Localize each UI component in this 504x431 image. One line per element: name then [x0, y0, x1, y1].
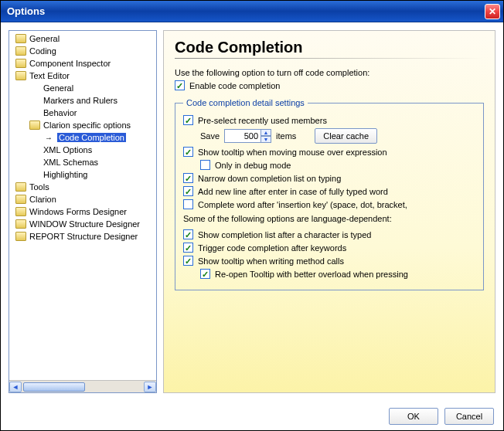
tree-item[interactable]: General — [9, 82, 156, 94]
tree-item[interactable]: Coding — [9, 45, 156, 57]
detail-settings-legend: Code completion detail settings — [183, 98, 308, 107]
scroll-track[interactable] — [22, 382, 144, 392]
tree-item-label: Component Inspector — [29, 59, 111, 68]
save-items-field[interactable] — [224, 129, 261, 143]
folder-icon — [15, 46, 26, 56]
scroll-left-button[interactable]: ◄ — [9, 382, 22, 392]
tree-item-label: Coding — [29, 46, 56, 56]
tree-item[interactable]: REPORT Structure Designer — [9, 230, 156, 243]
trigger-keywords-label: Trigger code completion after keywords — [198, 243, 346, 253]
spin-up-button[interactable]: ▲ — [261, 129, 271, 136]
scroll-right-button[interactable]: ► — [144, 382, 156, 392]
folder-icon — [15, 34, 26, 43]
enable-completion-checkbox[interactable] — [175, 80, 185, 90]
enable-completion-label: Enable code completion — [189, 81, 280, 90]
only-debug-label: Only in debug mode — [215, 161, 291, 170]
tree-item[interactable]: Text Editor — [9, 70, 156, 82]
close-button[interactable]: ✕ — [485, 4, 500, 19]
tree-item-label: General — [29, 34, 60, 43]
tree-item-label: Windows Forms Designer — [29, 207, 127, 216]
tree-item-label: Code Completion — [57, 133, 126, 142]
titlebar: Options ✕ — [1, 1, 503, 22]
tree-item[interactable]: WINDOW Structure Designer — [9, 218, 156, 230]
tree-item[interactable]: XML Options — [9, 144, 156, 156]
save-label: Save — [200, 131, 220, 141]
tree-item-label: WINDOW Structure Designer — [29, 219, 140, 229]
complete-after-key-checkbox[interactable] — [183, 199, 193, 209]
show-after-char-checkbox[interactable] — [183, 229, 193, 239]
folder-icon — [15, 195, 26, 204]
newline-checkbox[interactable] — [183, 186, 193, 196]
tree-item[interactable]: XML Schemas — [9, 156, 156, 168]
trigger-keywords-checkbox[interactable] — [183, 243, 193, 253]
tree-panel: GeneralCodingComponent InspectorText Edi… — [9, 30, 157, 393]
tooltip-method-label: Show tooltip when writing method calls — [198, 256, 344, 266]
folder-icon — [29, 120, 40, 130]
options-window: Options ✕ GeneralCodingComponent Inspect… — [0, 0, 504, 431]
tree-item-label: Clarion — [29, 195, 56, 204]
detail-settings-fieldset: Code completion detail settings Pre-sele… — [175, 98, 484, 290]
intro-text: Use the following option to turn off cod… — [175, 68, 484, 77]
folder-icon — [15, 71, 26, 80]
tree-item[interactable]: Windows Forms Designer — [9, 205, 156, 218]
narrow-label: Narrow down completion list on typing — [198, 174, 341, 183]
preselect-label: Pre-select recently used members — [198, 116, 327, 125]
cancel-button[interactable]: Cancel — [444, 408, 494, 425]
tree-item-label: Behavior — [43, 108, 77, 117]
tree-item[interactable]: Code Completion — [9, 131, 156, 144]
folder-icon — [15, 182, 26, 192]
tree-item-label: Markers and Rulers — [43, 96, 117, 105]
show-after-char-label: Show completion list after a character i… — [198, 230, 371, 239]
tree-item-label: Clarion specific options — [43, 120, 131, 130]
save-items-input[interactable]: ▲ ▼ — [224, 129, 271, 143]
scroll-thumb[interactable] — [23, 382, 85, 392]
tree-item-label: XML Schemas — [43, 158, 98, 167]
heading-divider — [175, 58, 484, 59]
tree-item[interactable]: Clarion — [9, 193, 156, 205]
content-panel: Code Completion Use the following option… — [163, 30, 495, 393]
tooltip-mouse-checkbox[interactable] — [183, 147, 193, 157]
tree-item-label: Tools — [29, 182, 49, 192]
tree-item-label: Highlighting — [43, 170, 87, 179]
tree-item[interactable]: Behavior — [9, 107, 156, 119]
tree-item-label: Text Editor — [29, 71, 70, 80]
lang-dependent-text: Some of the following options are langua… — [183, 214, 475, 223]
spin-down-button[interactable]: ▼ — [261, 136, 271, 143]
arrow-right-icon — [43, 132, 54, 143]
folder-icon — [15, 207, 26, 216]
ok-button[interactable]: OK — [389, 408, 438, 425]
items-label: items — [276, 131, 296, 141]
reopen-tooltip-label: Re-open Tooltip with better overload whe… — [215, 270, 408, 279]
window-title: Options — [7, 5, 485, 17]
page-heading: Code Completion — [175, 39, 484, 56]
tree-item[interactable]: General — [9, 32, 156, 45]
tooltip-method-checkbox[interactable] — [183, 256, 193, 266]
narrow-checkbox[interactable] — [183, 173, 193, 183]
tree-horizontal-scrollbar[interactable]: ◄ ► — [9, 380, 156, 392]
preselect-checkbox[interactable] — [183, 115, 193, 125]
options-tree[interactable]: GeneralCodingComponent InspectorText Edi… — [9, 31, 156, 380]
tree-item-label: General — [43, 83, 73, 93]
folder-icon — [15, 59, 26, 68]
tree-item-label: XML Options — [43, 145, 92, 154]
tree-item[interactable]: Component Inspector — [9, 57, 156, 70]
only-debug-checkbox[interactable] — [200, 160, 210, 170]
tree-item[interactable]: Highlighting — [9, 168, 156, 181]
folder-icon — [15, 219, 26, 229]
tooltip-mouse-label: Show tooltip when moving mouse over expr… — [198, 148, 387, 157]
reopen-tooltip-checkbox[interactable] — [200, 269, 210, 279]
folder-icon — [15, 232, 26, 241]
complete-after-key-label: Complete word after 'insertion key' (spa… — [198, 200, 407, 209]
tree-item[interactable]: Clarion specific options — [9, 119, 156, 131]
tree-item[interactable]: Tools — [9, 181, 156, 193]
tree-item-label: REPORT Structure Designer — [29, 232, 138, 241]
tree-item[interactable]: Markers and Rulers — [9, 94, 156, 107]
clear-cache-button[interactable]: Clear cache — [315, 128, 377, 144]
dialog-footer: OK Cancel — [1, 401, 503, 431]
newline-label: Add new line after enter in case of full… — [198, 187, 388, 196]
